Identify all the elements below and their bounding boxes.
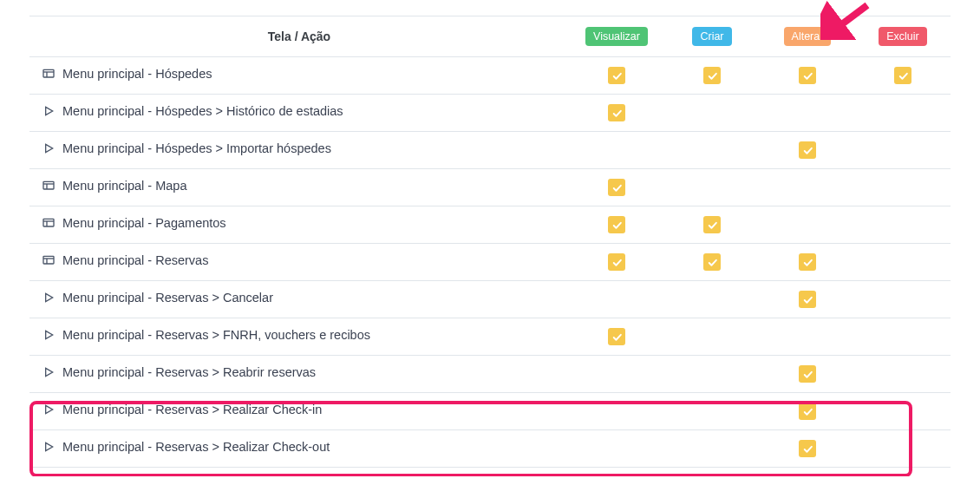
table-row: Menu principal - Hóspedes > Importar hós… bbox=[29, 132, 951, 169]
checkbox-visualizar[interactable] bbox=[608, 67, 625, 84]
row-label: Menu principal - Reservas > Reabrir rese… bbox=[62, 365, 316, 379]
checkbox-criar[interactable] bbox=[703, 216, 721, 233]
cell-visualizar bbox=[569, 132, 664, 169]
cell-excluir bbox=[855, 132, 951, 169]
permissions-table: Tela / Ação Visualizar Criar Alterar Exc… bbox=[29, 16, 951, 468]
cell-criar bbox=[664, 206, 760, 244]
cell-alterar bbox=[760, 206, 855, 244]
play-icon bbox=[42, 141, 56, 155]
header-excluir: Excluir bbox=[855, 16, 951, 57]
cell-excluir bbox=[855, 281, 951, 318]
cell-visualizar bbox=[569, 95, 664, 132]
row-label: Menu principal - Reservas > Realizar Che… bbox=[62, 440, 330, 454]
cell-excluir bbox=[855, 95, 951, 132]
header-criar: Criar bbox=[664, 16, 760, 57]
cell-alterar bbox=[760, 132, 855, 169]
table-row: Menu principal - Reservas > Reabrir rese… bbox=[29, 356, 951, 393]
header-alterar: Alterar bbox=[760, 16, 855, 57]
cell-criar bbox=[664, 318, 760, 356]
play-icon bbox=[42, 291, 56, 305]
cell-alterar bbox=[760, 95, 855, 132]
svg-rect-11 bbox=[43, 256, 54, 264]
cell-alterar bbox=[760, 393, 855, 430]
cell-criar bbox=[664, 95, 760, 132]
checkbox-alterar[interactable] bbox=[799, 365, 816, 383]
table-row: Menu principal - Reservas bbox=[29, 244, 951, 281]
checkbox-visualizar[interactable] bbox=[608, 328, 625, 345]
cell-excluir bbox=[855, 244, 951, 281]
cell-criar bbox=[664, 281, 760, 318]
play-icon bbox=[42, 403, 56, 416]
row-label-cell: Menu principal - Hóspedes bbox=[29, 57, 569, 90]
cell-alterar bbox=[760, 57, 855, 95]
screen-icon bbox=[42, 67, 56, 81]
play-icon bbox=[42, 328, 56, 342]
svg-marker-18 bbox=[46, 442, 53, 450]
checkbox-alterar[interactable] bbox=[799, 141, 816, 159]
svg-marker-16 bbox=[46, 368, 53, 376]
svg-marker-14 bbox=[46, 293, 53, 301]
cell-visualizar bbox=[569, 318, 664, 356]
cell-excluir bbox=[855, 393, 951, 430]
row-label: Menu principal - Reservas > Cancelar bbox=[62, 291, 273, 305]
cell-visualizar bbox=[569, 244, 664, 281]
play-icon bbox=[42, 440, 56, 454]
row-label-cell: Menu principal - Pagamentos bbox=[29, 206, 569, 239]
checkbox-visualizar[interactable] bbox=[608, 216, 625, 233]
row-label-cell: Menu principal - Reservas > Realizar Che… bbox=[29, 393, 569, 426]
row-label-cell: Menu principal - Hóspedes > Histórico de… bbox=[29, 95, 569, 128]
row-label: Menu principal - Hóspedes > Histórico de… bbox=[62, 104, 343, 118]
header-label: Tela / Ação bbox=[29, 16, 569, 57]
cell-visualizar bbox=[569, 356, 664, 393]
cell-excluir bbox=[855, 356, 951, 393]
checkbox-criar[interactable] bbox=[703, 67, 721, 84]
table-row: Menu principal - Reservas > FNRH, vouche… bbox=[29, 318, 951, 356]
row-label-cell: Menu principal - Mapa bbox=[29, 169, 569, 202]
row-label: Menu principal - Mapa bbox=[62, 179, 186, 193]
cell-alterar bbox=[760, 281, 855, 318]
checkbox-excluir[interactable] bbox=[894, 67, 911, 84]
row-label: Menu principal - Pagamentos bbox=[62, 216, 226, 230]
header-visualizar: Visualizar bbox=[569, 16, 664, 57]
cell-visualizar bbox=[569, 169, 664, 206]
table-row: Menu principal - Pagamentos bbox=[29, 206, 951, 244]
table-row: Menu principal - Reservas > Realizar Che… bbox=[29, 393, 951, 430]
cell-visualizar bbox=[569, 393, 664, 430]
cell-visualizar bbox=[569, 57, 664, 95]
cell-visualizar bbox=[569, 206, 664, 244]
cell-criar bbox=[664, 430, 760, 468]
checkbox-criar[interactable] bbox=[703, 253, 721, 271]
row-label: Menu principal - Reservas > Realizar Che… bbox=[62, 403, 322, 416]
play-icon bbox=[42, 104, 56, 118]
screen-icon bbox=[42, 179, 56, 193]
checkbox-alterar[interactable] bbox=[799, 67, 816, 84]
cell-criar bbox=[664, 169, 760, 206]
checkbox-alterar[interactable] bbox=[799, 403, 816, 420]
checkbox-visualizar[interactable] bbox=[608, 179, 625, 196]
table-row: Menu principal - Reservas > Realizar Che… bbox=[29, 430, 951, 468]
checkbox-alterar[interactable] bbox=[799, 291, 816, 308]
cell-criar bbox=[664, 393, 760, 430]
row-label-cell: Menu principal - Reservas > Cancelar bbox=[29, 281, 569, 314]
svg-marker-3 bbox=[46, 107, 53, 115]
cell-excluir bbox=[855, 206, 951, 244]
row-label-cell: Menu principal - Reservas bbox=[29, 244, 569, 277]
cell-criar bbox=[664, 132, 760, 169]
cell-excluir bbox=[855, 318, 951, 356]
checkbox-alterar[interactable] bbox=[799, 253, 816, 271]
row-label-cell: Menu principal - Reservas > FNRH, vouche… bbox=[29, 318, 569, 351]
svg-marker-15 bbox=[46, 331, 53, 338]
cell-criar bbox=[664, 57, 760, 95]
cell-excluir bbox=[855, 430, 951, 468]
row-label: Menu principal - Reservas > FNRH, vouche… bbox=[62, 328, 370, 342]
row-label-cell: Menu principal - Reservas > Reabrir rese… bbox=[29, 356, 569, 389]
cell-alterar bbox=[760, 430, 855, 468]
table-row: Menu principal - Mapa bbox=[29, 169, 951, 206]
row-label-cell: Menu principal - Reservas > Realizar Che… bbox=[29, 430, 569, 463]
checkbox-visualizar[interactable] bbox=[608, 104, 625, 121]
row-label: Menu principal - Reservas bbox=[62, 253, 208, 267]
checkbox-visualizar[interactable] bbox=[608, 253, 625, 271]
row-label: Menu principal - Hóspedes bbox=[62, 67, 212, 81]
checkbox-alterar[interactable] bbox=[799, 440, 816, 457]
table-row: Menu principal - Hóspedes bbox=[29, 57, 951, 95]
